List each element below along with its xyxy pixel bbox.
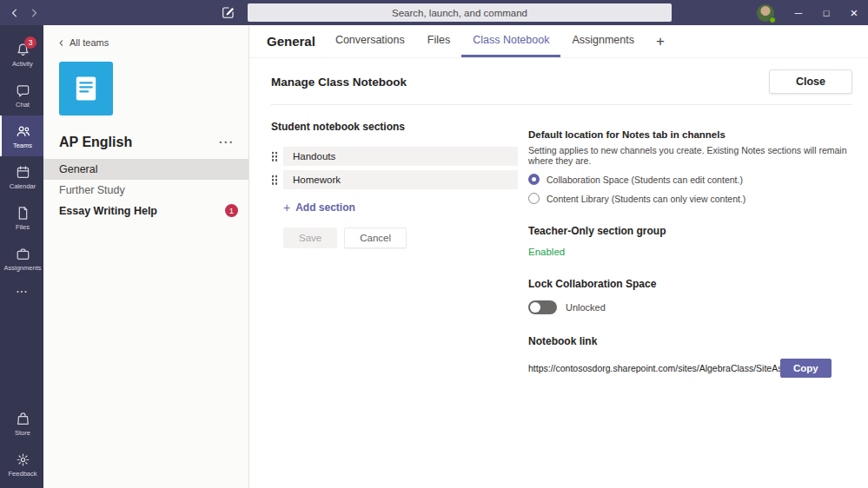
chat-icon: [15, 82, 31, 99]
chevron-left-icon: [57, 39, 65, 47]
titlebar: ─ □ ×: [0, 0, 868, 25]
radio-selected-icon[interactable]: [528, 174, 540, 185]
activity-badge: 3: [24, 36, 36, 49]
radio-label: Collaboration Space (Students can edit c…: [547, 175, 743, 185]
rail-more-apps-button[interactable]: [0, 279, 43, 305]
drag-handle-icon[interactable]: [271, 175, 278, 186]
back-button[interactable]: [5, 0, 24, 25]
team-sidebar: All teams AP English ⋯ General Further S…: [43, 25, 249, 488]
ellipsis-icon: [14, 284, 30, 300]
calendar-icon: [15, 164, 31, 181]
notebook-link-url: https://contososdorg.sharepoint.com/site…: [528, 363, 780, 373]
tab-files[interactable]: Files: [416, 25, 461, 57]
unread-badge: 1: [225, 204, 238, 217]
save-button[interactable]: Save: [283, 228, 337, 248]
team-avatar[interactable]: [59, 62, 113, 115]
add-section-label: Add section: [295, 201, 355, 214]
rail-label: Calendar: [10, 182, 36, 190]
radio-content-library[interactable]: Content Library (Students can only view …: [528, 193, 852, 204]
rail-label: Files: [16, 223, 30, 231]
channel-label: Essay Writing Help: [59, 205, 157, 217]
lock-toggle[interactable]: [528, 300, 557, 314]
notebook-link-heading: Notebook link: [528, 335, 852, 347]
tab-assignments[interactable]: Assignments: [560, 25, 646, 57]
rail-label: Teams: [13, 142, 32, 149]
rail-item-feedback[interactable]: Feedback: [0, 444, 43, 485]
sections-heading: Student notebook sections: [271, 121, 518, 133]
channel-title: General: [267, 25, 324, 57]
radio-unselected-icon[interactable]: [528, 193, 540, 204]
cancel-button[interactable]: Cancel: [344, 228, 407, 248]
all-teams-back-link[interactable]: All teams: [43, 25, 248, 48]
notebook-document-icon: [70, 72, 103, 105]
lock-collab-heading: Lock Collaboration Space: [528, 278, 852, 290]
close-button[interactable]: Close: [769, 69, 852, 94]
add-section-button[interactable]: + Add section: [283, 201, 518, 214]
chevron-left-icon: [9, 7, 21, 19]
radio-label: Content Library (Students can only view …: [547, 194, 745, 204]
section-list: Handouts Homework: [271, 147, 518, 189]
maximize-button[interactable]: □: [812, 0, 840, 25]
channel-label: General: [59, 163, 97, 175]
radio-collaboration-space[interactable]: Collaboration Space (Students can edit c…: [528, 174, 852, 185]
rail-label: Feedback: [9, 470, 37, 478]
channel-tabs: General Conversations Files Class Notebo…: [249, 25, 868, 58]
channel-list: General Further Study Essay Writing Help…: [43, 159, 248, 221]
briefcase-icon: [15, 246, 31, 262]
sections-column: Student notebook sections Handouts Homew…: [271, 121, 528, 488]
main-content: General Conversations Files Class Notebo…: [249, 25, 868, 488]
rail-item-assignments[interactable]: Assignments: [0, 238, 43, 279]
nav-arrows: [5, 0, 43, 25]
notebook-settings: Student notebook sections Handouts Homew…: [249, 105, 868, 488]
rail-spacer: [0, 305, 43, 403]
app-rail: 3 Activity Chat Teams Calendar Files: [0, 25, 43, 488]
tab-class-notebook[interactable]: Class Notebook: [461, 25, 560, 57]
rail-label: Store: [15, 429, 30, 437]
rail-item-activity[interactable]: 3 Activity: [0, 34, 43, 75]
teacher-only-heading: Teacher-Only section group: [528, 225, 852, 237]
user-avatar[interactable]: [757, 4, 774, 22]
all-teams-label: All teams: [70, 37, 109, 48]
page-title: Manage Class Notebook: [271, 76, 769, 89]
tab-conversations[interactable]: Conversations: [324, 25, 416, 57]
panel-header: Manage Class Notebook Close: [249, 58, 868, 104]
rail-bottom: Store Feedback: [0, 403, 43, 488]
new-chat-button[interactable]: [218, 3, 238, 23]
copy-link-button[interactable]: Copy: [780, 359, 832, 378]
team-name-row: AP English ⋯: [59, 135, 236, 150]
store-bag-icon: [15, 411, 31, 427]
rail-item-store[interactable]: Store: [0, 403, 43, 444]
section-row-handouts[interactable]: Handouts: [271, 147, 518, 166]
rail-label: Chat: [16, 101, 30, 109]
rail-item-teams[interactable]: Teams: [0, 115, 43, 156]
team-name: AP English: [59, 135, 215, 150]
teams-people-icon: [15, 123, 31, 140]
teacher-only-status: Enabled: [528, 247, 852, 257]
settings-column: Default location for Notes tab in channe…: [528, 121, 852, 488]
default-location-note: Setting applies to new channels you crea…: [528, 145, 852, 166]
close-window-button[interactable]: ×: [840, 0, 868, 25]
gear-icon: [15, 452, 31, 468]
section-name-field[interactable]: Homework: [283, 170, 518, 189]
compose-icon: [221, 5, 235, 20]
file-icon: [15, 205, 31, 221]
rail-label: Activity: [12, 60, 33, 68]
rail-item-chat[interactable]: Chat: [0, 75, 43, 115]
channel-essay-writing-help[interactable]: Essay Writing Help 1: [43, 201, 248, 221]
add-tab-button[interactable]: +: [646, 25, 675, 57]
rail-item-files[interactable]: Files: [0, 197, 43, 238]
lock-toggle-row: Unlocked: [528, 300, 852, 314]
rail-item-calendar[interactable]: Calendar: [0, 156, 43, 197]
teams-window: ─ □ × 3 Activity Chat Teams Calendar: [0, 0, 868, 488]
forward-button[interactable]: [24, 0, 43, 25]
channel-further-study[interactable]: Further Study: [43, 180, 248, 201]
drag-handle-icon[interactable]: [271, 151, 278, 162]
chevron-right-icon: [28, 7, 40, 19]
search-input[interactable]: [248, 3, 672, 22]
team-options-icon[interactable]: ⋯: [215, 138, 236, 147]
channel-general[interactable]: General: [43, 159, 248, 180]
minimize-button[interactable]: ─: [785, 0, 812, 25]
channel-label: Further Study: [59, 184, 125, 196]
section-name-field[interactable]: Handouts: [283, 147, 518, 166]
section-row-homework[interactable]: Homework: [271, 170, 518, 189]
